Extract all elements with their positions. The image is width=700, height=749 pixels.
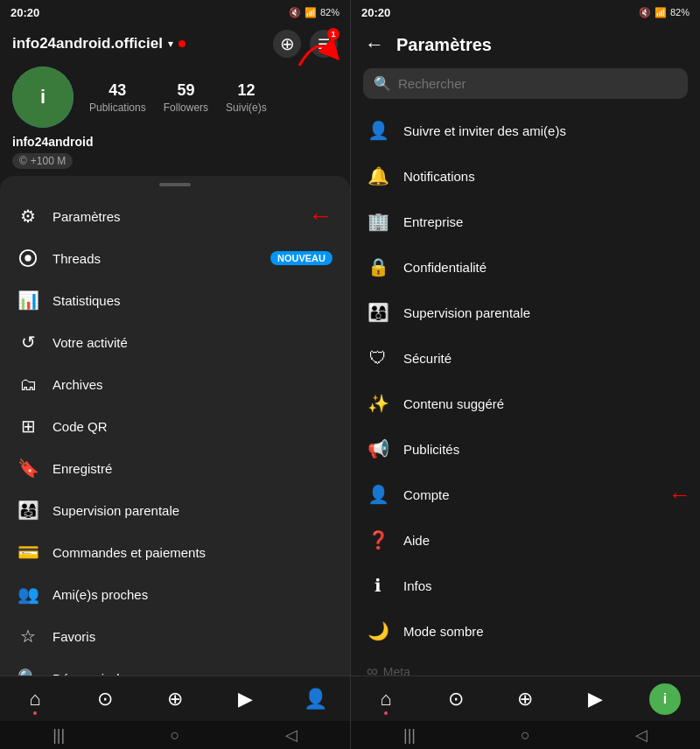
right-bottom-nav: ⌂ ⊙ ⊕ ▶ i <box>351 676 700 721</box>
ads-icon: 📢 <box>367 438 389 460</box>
settings-item-publicites[interactable]: 📢 Publicités <box>351 426 700 472</box>
menu-item-qr[interactable]: ⊞ Code QR <box>0 405 350 447</box>
right-nav-add-button[interactable]: ⊕ <box>506 680 544 718</box>
follow-icon: 👤 <box>367 119 389 142</box>
live-dot <box>178 40 186 47</box>
menu-item-amis[interactable]: 👥 Ami(e)s proches <box>0 573 350 615</box>
profile-icon: 👤 <box>304 688 327 710</box>
activity-icon: ↺ <box>18 332 38 353</box>
nav-home-button[interactable]: ⌂ <box>16 680 54 718</box>
right-sys-nav: ||| ○ ◁ <box>351 721 700 749</box>
search-input[interactable] <box>398 76 677 91</box>
search-bar[interactable]: 🔍 <box>363 68 688 99</box>
meta-badge-icon: © <box>19 155 27 167</box>
settings-label-securite: Sécurité <box>403 351 684 366</box>
avatar[interactable]: i <box>12 66 74 128</box>
menu-item-threads[interactable]: Threads NOUVEAU <box>0 237 350 279</box>
menu-item-commandes[interactable]: 💳 Commandes et paiements <box>0 531 350 573</box>
entreprise-icon: 🏢 <box>367 210 389 233</box>
settings-item-notifications[interactable]: 🔔 Notifications <box>351 153 700 199</box>
right-search-icon: ⊙ <box>448 688 464 710</box>
right-nav-search-button[interactable]: ⊙ <box>437 680 475 718</box>
settings-label-follow: Suivre et inviter des ami(e)s <box>403 123 684 138</box>
menu-label-discover: Découvrir des personnes <box>52 671 332 676</box>
right-nav-reels-button[interactable]: ▶ <box>576 680 614 718</box>
notification-badge: 1 <box>327 28 340 40</box>
svg-point-2 <box>24 255 31 261</box>
settings-item-securite[interactable]: 🛡 Sécurité <box>351 335 700 381</box>
settings-item-confidentialite[interactable]: 🔒 Confidentialité <box>351 244 700 290</box>
add-icon: ⊕ <box>167 688 183 710</box>
profile-username-row: info24android.officiel ▾ ⊕ ☰ 1 <box>12 30 338 58</box>
settings-item-mode-sombre[interactable]: 🌙 Mode sombre <box>351 608 700 654</box>
settings-label-contenu: Contenu suggéré <box>403 396 684 411</box>
nav-reels-button[interactable]: ▶ <box>226 680 264 718</box>
menu-label-supervision: Supervision parentale <box>52 503 332 518</box>
menu-item-statistiques[interactable]: 📊 Statistiques <box>0 279 350 321</box>
settings-item-infos[interactable]: ℹ Infos <box>351 563 700 608</box>
menu-item-supervision[interactable]: 👨‍👩‍👧 Supervision parentale <box>0 489 350 531</box>
profile-name: info24android <box>12 135 338 149</box>
sys-back-icon[interactable]: ||| <box>52 726 65 745</box>
right-reels-icon: ▶ <box>588 688 603 710</box>
profile-stats: i 43 Publications 59 Followers 12 Suivi(… <box>12 66 338 128</box>
menu-item-archives[interactable]: 🗂 Archives <box>0 363 350 405</box>
settings-item-follow[interactable]: 👤 Suivre et inviter des ami(e)s <box>351 108 700 153</box>
nav-search-button[interactable]: ⊙ <box>86 680 124 718</box>
publications-count: 43 <box>108 81 126 100</box>
menu-item-activite[interactable]: ↺ Votre activité <box>0 321 350 363</box>
stats-icon: 📊 <box>18 290 38 311</box>
notifications-icon: 🔔 <box>367 164 389 187</box>
settings-item-supervision[interactable]: 👨‍👩‍👦 Supervision parentale <box>351 290 700 335</box>
menu-button[interactable]: ☰ 1 <box>310 30 338 58</box>
followers-label: Followers <box>164 102 208 114</box>
qr-icon: ⊞ <box>18 416 38 437</box>
right-nav-profile-button[interactable]: i <box>646 680 684 718</box>
account-icon: 👤 <box>367 483 389 506</box>
add-post-button[interactable]: ⊕ <box>273 30 301 58</box>
right-sys-home-icon[interactable]: ○ <box>521 726 530 745</box>
right-home-active-dot <box>384 711 388 715</box>
left-status-icons: 🔇 📶 82% <box>289 7 340 18</box>
followers-stat[interactable]: 59 Followers <box>164 81 208 114</box>
avatar-inner: i <box>12 66 74 128</box>
settings-item-contenu[interactable]: ✨ Contenu suggéré <box>351 381 700 426</box>
sys-recent-icon[interactable]: ◁ <box>285 725 298 745</box>
username-wrap[interactable]: info24android.officiel ▾ <box>12 35 186 52</box>
following-label: Suivi(e)s <box>226 102 267 114</box>
menu-label-parametres: Paramètres <box>52 209 332 224</box>
sys-home-icon[interactable]: ○ <box>171 726 180 745</box>
nav-profile-button[interactable]: 👤 <box>296 680 334 718</box>
publications-stat[interactable]: 43 Publications <box>89 81 146 114</box>
back-button[interactable]: ← <box>365 33 384 56</box>
settings-title: Paramètres <box>396 35 492 55</box>
following-stat[interactable]: 12 Suivi(e)s <box>226 81 267 114</box>
menu-item-parametres[interactable]: ⚙ Paramètres ← <box>0 195 350 237</box>
menu-item-enregistre[interactable]: 🔖 Enregistré <box>0 447 350 489</box>
right-sys-back-icon[interactable]: ||| <box>403 726 416 745</box>
right-header: ← Paramètres <box>351 24 700 63</box>
right-wifi-icon: 📶 <box>654 7 667 18</box>
right-sys-recent-icon[interactable]: ◁ <box>635 725 648 745</box>
settings-icon: ⚙ <box>18 206 38 227</box>
settings-item-aide[interactable]: ❓ Aide <box>351 517 700 563</box>
close-friends-icon: 👥 <box>18 584 38 605</box>
menu-item-discover[interactable]: 🔍 Découvrir des personnes <box>0 657 350 676</box>
settings-item-entreprise[interactable]: 🏢 Entreprise <box>351 199 700 244</box>
username-text: info24android.officiel <box>12 35 163 52</box>
meta-footer: ∞ Meta <box>351 654 700 676</box>
settings-item-compte[interactable]: 👤 Compte ← <box>351 472 700 517</box>
dropdown-arrow-icon[interactable]: ▾ <box>168 38 173 50</box>
settings-label-infos: Infos <box>403 578 684 593</box>
saved-icon: 🔖 <box>18 458 38 479</box>
settings-label-entreprise: Entreprise <box>403 214 684 229</box>
orders-icon: 💳 <box>18 542 38 563</box>
nav-add-button[interactable]: ⊕ <box>156 680 194 718</box>
privacy-icon: 🔒 <box>367 256 389 278</box>
settings-label-confidentialite: Confidentialité <box>403 260 684 275</box>
left-status-bar: 20:20 🔇 📶 82% <box>0 0 350 24</box>
menu-label-enregistre: Enregistré <box>52 461 332 476</box>
menu-item-favoris[interactable]: ☆ Favoris <box>0 615 350 657</box>
right-nav-home-button[interactable]: ⌂ <box>367 680 405 718</box>
menu-label-qr: Code QR <box>52 419 332 434</box>
